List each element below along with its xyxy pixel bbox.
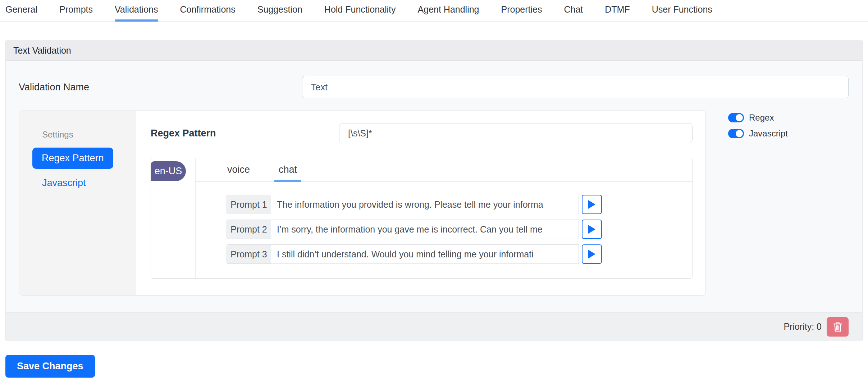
- regex-pattern-row: Regex Pattern: [151, 123, 693, 143]
- tab-agent-handling[interactable]: Agent Handling: [418, 2, 479, 22]
- sidebar-heading: Settings: [42, 130, 136, 140]
- validation-settings-panel: Settings Regex Pattern Javascript Regex …: [19, 111, 706, 296]
- sidebar-item-regex-pattern[interactable]: Regex Pattern: [32, 148, 113, 169]
- tab-prompts[interactable]: Prompts: [59, 2, 93, 22]
- save-changes-button[interactable]: Save Changes: [5, 355, 95, 378]
- toggle-knob: [736, 114, 743, 121]
- card-title: Text Validation: [13, 45, 71, 56]
- tab-properties[interactable]: Properties: [501, 2, 542, 22]
- play-icon: [588, 249, 596, 259]
- tab-user-functions[interactable]: User Functions: [652, 2, 712, 22]
- play-icon: [588, 200, 596, 209]
- tab-hold-functionality[interactable]: Hold Functionality: [324, 2, 396, 22]
- toggle-knob: [736, 130, 743, 137]
- validation-type-toggles: Regex Javascript: [728, 111, 788, 139]
- prompt-2-text[interactable]: I’m sorry, the information you gave me i…: [271, 220, 579, 239]
- tab-bar: General Prompts Validations Confirmation…: [0, 0, 868, 22]
- validation-name-row: Validation Name: [19, 75, 849, 99]
- prompt-1-label: Prompt 1: [227, 195, 271, 214]
- javascript-toggle[interactable]: [728, 129, 744, 138]
- channel-tab-bar: voice chat: [196, 158, 692, 182]
- prompt-row-3: Prompt 3 I still didn’t understand. Woul…: [227, 244, 692, 264]
- tab-suggestion[interactable]: Suggestion: [257, 2, 302, 22]
- prompt-2-label: Prompt 2: [227, 220, 271, 239]
- settings-sidebar: Settings Regex Pattern Javascript: [19, 111, 136, 295]
- play-icon: [588, 225, 596, 234]
- tab-chat-channel[interactable]: chat: [274, 164, 301, 182]
- locale-prompts-box: en-US voice chat Prompt 1 The informatio…: [151, 158, 693, 279]
- javascript-toggle-label: Javascript: [749, 129, 788, 139]
- prompt-3-text[interactable]: I still didn’t understand. Would you min…: [271, 244, 579, 264]
- locale-column: en-US: [151, 158, 196, 278]
- locale-tab-en-us[interactable]: en-US: [151, 161, 186, 181]
- javascript-toggle-row: Javascript: [728, 129, 788, 139]
- validation-name-input[interactable]: [302, 76, 849, 98]
- validation-name-label: Validation Name: [19, 82, 302, 93]
- regex-toggle-label: Regex: [749, 113, 774, 123]
- prompt-3-label: Prompt 3: [227, 244, 271, 264]
- channel-column: voice chat Prompt 1 The information you …: [196, 158, 692, 278]
- tab-general[interactable]: General: [5, 2, 37, 22]
- work-row: Settings Regex Pattern Javascript Regex …: [19, 111, 849, 296]
- card-footer: Priority: 0: [6, 312, 862, 341]
- tab-chat[interactable]: Chat: [564, 2, 583, 22]
- regex-pattern-input[interactable]: [339, 123, 693, 143]
- prompt-row-1: Prompt 1 The information you provided is…: [227, 195, 692, 214]
- settings-content: Regex Pattern en-US voice chat: [136, 111, 705, 295]
- card-body: Validation Name Settings Regex Pattern J…: [6, 61, 862, 296]
- prompt-row-2: Prompt 2 I’m sorry, the information you …: [227, 220, 692, 239]
- text-validation-card: Text Validation Validation Name Settings…: [5, 40, 863, 341]
- regex-pattern-label: Regex Pattern: [151, 128, 339, 139]
- delete-validation-button[interactable]: [827, 317, 849, 337]
- regex-toggle[interactable]: [728, 113, 744, 122]
- prompt-list: Prompt 1 The information you provided is…: [196, 182, 692, 278]
- prompt-3-play-button[interactable]: [582, 244, 602, 264]
- tab-voice[interactable]: voice: [223, 164, 254, 182]
- prompt-1-play-button[interactable]: [582, 195, 602, 214]
- tab-validations[interactable]: Validations: [115, 2, 158, 22]
- priority-value: Priority: 0: [784, 321, 822, 332]
- regex-toggle-row: Regex: [728, 113, 788, 123]
- card-header: Text Validation: [6, 40, 862, 61]
- prompt-2-play-button[interactable]: [582, 220, 602, 239]
- prompt-1-text[interactable]: The information you provided is wrong. P…: [271, 195, 579, 214]
- tab-dtmf[interactable]: DTMF: [605, 2, 630, 22]
- trash-icon: [833, 321, 843, 332]
- tab-confirmations[interactable]: Confirmations: [180, 2, 236, 22]
- sidebar-item-javascript[interactable]: Javascript: [42, 177, 136, 189]
